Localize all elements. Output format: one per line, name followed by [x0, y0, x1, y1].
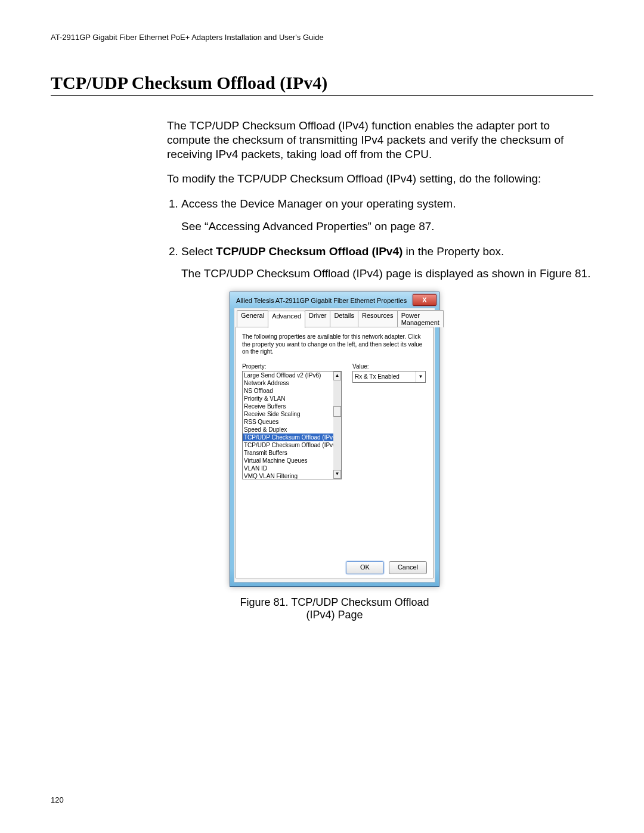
close-button[interactable]: X — [413, 294, 436, 306]
page-number: 120 — [51, 795, 64, 804]
step-2-post: in the Property box. — [402, 245, 504, 258]
dialog-title: Allied Telesis AT-2911GP Gigabit Fiber E… — [236, 297, 413, 304]
tab-details[interactable]: Details — [330, 310, 358, 327]
chevron-down-icon: ▼ — [416, 371, 425, 382]
dialog-figure: Allied Telesis AT-2911GP Gigabit Fiber E… — [230, 292, 439, 621]
property-item[interactable]: Priority & VLAN — [243, 395, 333, 402]
property-item[interactable]: TCP/UDP Checksum Offload (IPv4) — [243, 433, 333, 441]
property-item[interactable]: Speed & Duplex — [243, 426, 333, 433]
paragraph-instruction: To modify the TCP/UDP Checksum Offload (… — [167, 172, 593, 186]
tab-general[interactable]: General — [237, 310, 268, 327]
step-1-text: Access the Device Manager on your operat… — [181, 197, 456, 210]
property-item[interactable]: RSS Queues — [243, 418, 333, 426]
value-label: Value: — [352, 363, 426, 370]
tab-resources[interactable]: Resources — [358, 310, 398, 327]
scroll-down-button[interactable]: ▼ — [333, 470, 341, 479]
property-item[interactable]: Large Send Offload v2 (IPv6) — [243, 371, 333, 379]
property-item[interactable]: Transmit Buffers — [243, 449, 333, 457]
value-dropdown[interactable]: Rx & Tx Enabled ▼ — [352, 371, 426, 383]
tab-driver[interactable]: Driver — [305, 310, 330, 327]
section-title: TCP/UDP Checksum Offload (IPv4) — [51, 73, 593, 96]
value-text: Rx & Tx Enabled — [355, 373, 400, 380]
property-item[interactable]: Network Address — [243, 379, 333, 387]
figure-caption: Figure 81. TCP/UDP Checksum Offload (IPv… — [230, 596, 439, 621]
step-1-note: See “Accessing Advanced Properties” on p… — [181, 219, 593, 234]
cancel-button[interactable]: Cancel — [389, 561, 427, 574]
scroll-thumb[interactable] — [333, 406, 341, 417]
property-item[interactable]: Receive Side Scaling — [243, 410, 333, 418]
doc-header: AT-2911GP Gigabit Fiber Ethernet PoE+ Ad… — [51, 33, 593, 42]
tab-power-management[interactable]: Power Management — [397, 310, 444, 327]
dialog-instructions: The following properties are available f… — [242, 333, 427, 356]
close-icon: X — [422, 296, 426, 304]
property-label: Property: — [242, 363, 342, 370]
step-2-note: The TCP/UDP Checksum Offload (IPv4) page… — [181, 267, 593, 281]
scroll-up-button[interactable]: ▲ — [333, 371, 341, 380]
property-item[interactable]: NS Offload — [243, 387, 333, 395]
property-item[interactable]: TCP/UDP Checksum Offload (IPv6) — [243, 441, 333, 449]
ok-button[interactable]: OK — [346, 561, 384, 574]
property-item[interactable]: Receive Buffers — [243, 402, 333, 410]
step-2-bold: TCP/UDP Checksum Offload (IPv4) — [216, 245, 402, 258]
property-scrollbar[interactable]: ▲ ▼ — [333, 371, 341, 479]
tab-advanced[interactable]: Advanced — [268, 311, 305, 328]
property-item[interactable]: VMQ VLAN Filtering — [243, 472, 333, 479]
property-listbox[interactable]: Large Send Offload v2 (IPv6)Network Addr… — [242, 371, 342, 479]
paragraph-intro: The TCP/UDP Checksum Offload (IPv4) func… — [167, 119, 593, 161]
step-2-pre: Select — [181, 245, 216, 258]
property-item[interactable]: Virtual Machine Queues — [243, 457, 333, 465]
property-item[interactable]: VLAN ID — [243, 465, 333, 472]
